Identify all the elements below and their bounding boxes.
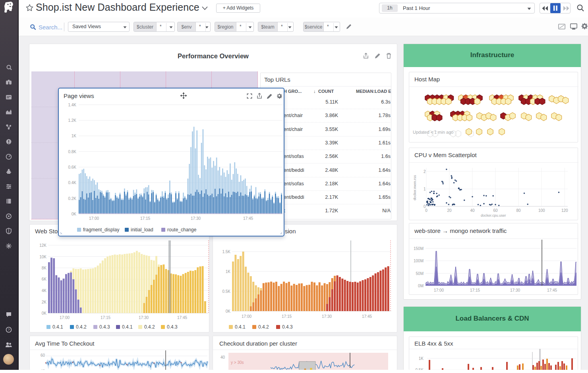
svg-text:?: ?	[8, 328, 10, 332]
svg-text:y > 30s: y > 30s	[231, 360, 244, 365]
